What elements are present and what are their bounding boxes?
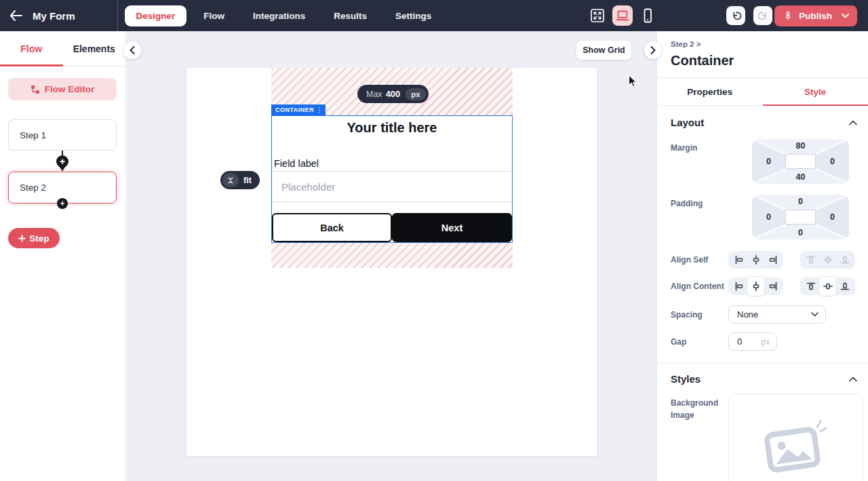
padding-center-input[interactable]: [785, 210, 816, 225]
flow-editor-button[interactable]: Flow Editor: [8, 78, 117, 100]
padding-right-value[interactable]: 0: [816, 212, 849, 222]
chevron-left-icon: [130, 46, 135, 54]
step-card-1[interactable]: Step 1: [8, 119, 117, 151]
align-content-center-h-button[interactable]: [747, 277, 764, 296]
desktop-view-button[interactable]: [612, 5, 633, 26]
padding-left-value[interactable]: 0: [752, 212, 785, 222]
tab-results[interactable]: Results: [322, 5, 378, 26]
margin-hatch-bottom: [271, 243, 513, 268]
tab-integrations[interactable]: Integrations: [241, 5, 317, 26]
fit-height-badge[interactable]: fit: [220, 171, 260, 189]
mobile-view-button[interactable]: [637, 5, 658, 26]
tab-designer[interactable]: Designer: [125, 5, 187, 26]
plus-icon: [18, 235, 26, 242]
add-step-label: Step: [29, 233, 49, 244]
preview-next-button[interactable]: Next: [392, 213, 512, 242]
inspector-panel: Step 2 > Container Properties Style Layo…: [656, 31, 868, 481]
device-preview-group: [587, 5, 658, 26]
margin-bottom-value[interactable]: 40: [785, 172, 816, 182]
padding-row: Padding 0 0 0 0: [671, 195, 857, 239]
inspector-tabs: Properties Style: [657, 77, 868, 106]
topbar-divider: [117, 0, 118, 31]
margin-center-input[interactable]: [785, 154, 816, 169]
insert-step-between-button[interactable]: +: [56, 155, 68, 168]
show-grid-button[interactable]: Show Grid: [576, 41, 631, 60]
tab-settings[interactable]: Settings: [384, 5, 443, 26]
spacing-select[interactable]: None: [728, 305, 826, 324]
margin-box-control[interactable]: 80 0 0 40: [752, 139, 849, 184]
redo-icon: [757, 10, 769, 22]
max-width-badge[interactable]: Max 400 px: [357, 85, 429, 103]
background-image-picker[interactable]: [728, 394, 863, 481]
selected-container[interactable]: Your title here Field label Placeholder …: [271, 115, 513, 243]
align-content-label: Align Content: [671, 280, 728, 292]
tab-style[interactable]: Style: [763, 78, 868, 105]
max-width-prefix: Max: [366, 90, 382, 99]
padding-box-control[interactable]: 0 0 0 0: [752, 195, 849, 239]
fit-label: fit: [239, 176, 258, 185]
preview-field-label[interactable]: Field label: [274, 158, 319, 169]
collapse-inspector-button[interactable]: [644, 41, 662, 59]
align-content-horizontal-group: [728, 277, 783, 295]
undo-button[interactable]: [726, 6, 745, 25]
styles-section-header[interactable]: Styles: [671, 373, 857, 385]
container-tag[interactable]: CONTAINER ⋮: [271, 104, 326, 115]
align-self-row: Align Self: [671, 251, 857, 269]
gap-row: Gap 0 px: [671, 332, 857, 351]
margin-right-value[interactable]: 0: [816, 157, 849, 166]
layout-section-header[interactable]: Layout: [671, 117, 857, 128]
publish-button[interactable]: Publish: [774, 5, 857, 26]
back-button[interactable]: [0, 0, 31, 31]
step-1-label: Step 1: [20, 130, 46, 140]
align-self-center-v-button[interactable]: [819, 252, 836, 267]
sidebar-tab-flow[interactable]: Flow: [0, 31, 63, 66]
align-self-bottom-button[interactable]: [836, 252, 853, 267]
preview-input-field[interactable]: Placeholder: [272, 171, 512, 202]
padding-bottom-value[interactable]: 0: [785, 228, 816, 237]
redo-button[interactable]: [753, 6, 772, 25]
design-canvas: Show Grid Max 400 px fit CONTAINER ⋮ You…: [127, 31, 656, 481]
laptop-icon: [616, 9, 629, 22]
collapse-sidebar-button[interactable]: [123, 41, 141, 59]
chevron-up-icon: [849, 120, 857, 126]
preview-title[interactable]: Your title here: [272, 120, 512, 136]
show-grid-label: Show Grid: [583, 45, 625, 55]
styles-section-title: Styles: [671, 373, 701, 385]
align-self-right-button[interactable]: [764, 252, 781, 267]
tab-flow[interactable]: Flow: [192, 5, 236, 26]
align-content-bottom-button[interactable]: [836, 279, 853, 294]
gap-input[interactable]: 0 px: [728, 332, 777, 351]
publish-dropdown[interactable]: [842, 14, 849, 18]
image-placeholder-icon: [762, 419, 833, 476]
spacing-row: Spacing None: [671, 305, 857, 324]
phone-icon: [641, 7, 654, 24]
flow-editor-label: Flow Editor: [45, 84, 95, 94]
chevron-up-icon: [849, 377, 857, 382]
align-self-left-button[interactable]: [730, 252, 747, 267]
preview-back-button[interactable]: Back: [272, 213, 392, 242]
margin-top-value[interactable]: 80: [785, 141, 816, 151]
max-width-value: 400: [386, 89, 401, 99]
form-page[interactable]: Max 400 px fit CONTAINER ⋮ Your title he…: [186, 68, 597, 456]
add-step-button[interactable]: Step: [8, 228, 60, 248]
align-self-vertical-group: [800, 251, 855, 269]
tab-properties[interactable]: Properties: [657, 78, 763, 105]
sidebar-tab-elements[interactable]: Elements: [63, 31, 126, 66]
rocket-icon: [783, 10, 793, 21]
margin-left-value[interactable]: 0: [752, 157, 785, 166]
add-step-after-button[interactable]: +: [57, 198, 68, 209]
align-self-center-h-button[interactable]: [747, 252, 764, 267]
topbar: My Form Designer Flow Integrations Resul…: [0, 0, 868, 31]
gap-value: 0: [737, 336, 742, 347]
fullscreen-button[interactable]: [587, 5, 608, 26]
align-content-left-button[interactable]: [730, 279, 747, 294]
breadcrumb[interactable]: Step 2 >: [657, 31, 868, 48]
spacing-label: Spacing: [671, 309, 728, 321]
align-self-top-button[interactable]: [802, 252, 819, 267]
align-content-right-button[interactable]: [764, 279, 781, 294]
drag-handle-icon[interactable]: ⋮: [316, 107, 323, 113]
padding-top-value[interactable]: 0: [785, 197, 816, 206]
align-content-center-v-button[interactable]: [819, 277, 836, 296]
background-image-label: Background Image: [671, 394, 715, 481]
align-content-top-button[interactable]: [802, 279, 819, 294]
